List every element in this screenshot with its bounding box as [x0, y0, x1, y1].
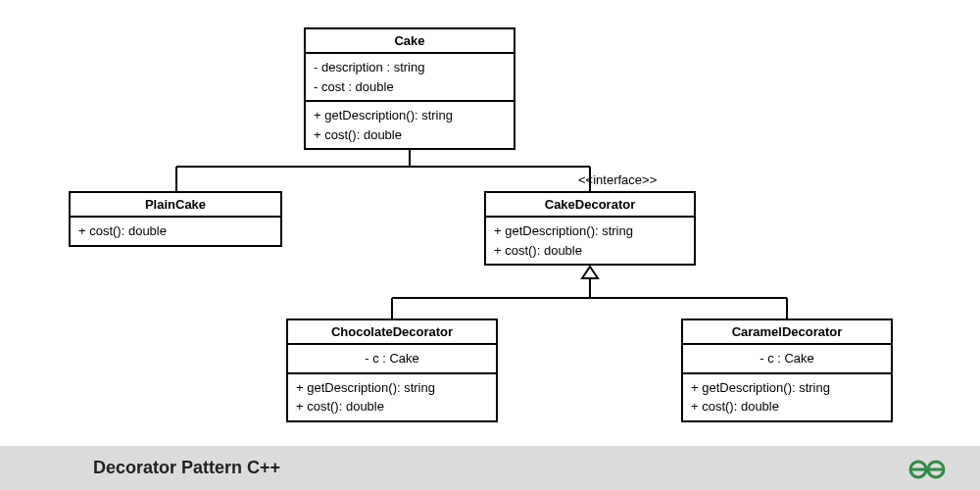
geeksforgeeks-logo-icon — [907, 458, 941, 479]
op: + cost(): double — [314, 125, 506, 145]
class-chocolatedecorator: ChocolateDecorator - c : Cake + getDescr… — [286, 318, 498, 422]
diagram-title: Decorator Pattern C++ — [93, 458, 280, 478]
op: + cost(): double — [296, 397, 488, 416]
op: + getDescription(): string — [314, 106, 506, 125]
class-operations: + getDescription(): string + cost(): dou… — [288, 374, 496, 420]
footer-bar: Decorator Pattern C++ — [0, 446, 980, 490]
class-title: CaramelDecorator — [683, 320, 891, 345]
class-title: PlainCake — [71, 193, 280, 218]
class-title: ChocolateDecorator — [288, 320, 496, 345]
op: + cost(): double — [691, 397, 883, 416]
attr: - cost : double — [314, 77, 506, 97]
attr: - c : Cake — [296, 349, 488, 368]
attr: - c : Cake — [691, 349, 883, 368]
op: + getDescription(): string — [691, 378, 883, 398]
op: + cost(): double — [78, 221, 272, 241]
svg-marker-5 — [582, 267, 598, 278]
attr: - description : string — [314, 58, 506, 77]
stereotype-interface: <<interface>> — [578, 172, 657, 187]
class-title: Cake — [306, 29, 514, 54]
class-plaincake: PlainCake + cost(): double — [69, 191, 282, 247]
op: + cost(): double — [494, 241, 686, 261]
class-operations: + getDescription(): string + cost(): dou… — [486, 218, 694, 264]
class-operations: + getDescription(): string + cost(): dou… — [306, 102, 514, 148]
class-carameldecorator: CaramelDecorator - c : Cake + getDescrip… — [681, 318, 893, 422]
op: + getDescription(): string — [494, 221, 686, 241]
class-attributes: - c : Cake — [683, 345, 891, 374]
class-operations: + getDescription(): string + cost(): dou… — [683, 374, 891, 420]
class-attributes: - c : Cake — [288, 345, 496, 374]
class-cake: Cake - description : string - cost : dou… — [304, 27, 515, 150]
class-title: CakeDecorator — [486, 193, 694, 218]
class-operations: + cost(): double — [71, 218, 280, 245]
class-attributes: - description : string - cost : double — [306, 54, 514, 102]
uml-canvas: Cake - description : string - cost : dou… — [0, 0, 980, 446]
class-cakedecorator: CakeDecorator + getDescription(): string… — [484, 191, 696, 266]
op: + getDescription(): string — [296, 378, 488, 398]
